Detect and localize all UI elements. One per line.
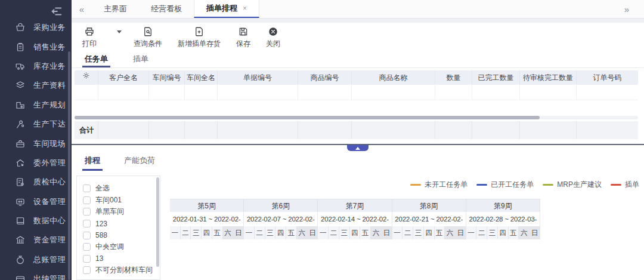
printer-icon xyxy=(84,26,95,37)
column-header[interactable]: 客户全名 xyxy=(98,70,149,85)
tab-schedule[interactable]: 排程 xyxy=(82,150,103,171)
close-circle-icon xyxy=(268,26,278,37)
tab-insert-order-scheduling[interactable]: 插单排程 × xyxy=(194,0,259,18)
top-tab-bar: « 主界面 经营看板 插单排程 × » xyxy=(72,0,644,19)
column-header[interactable]: 数量 xyxy=(435,70,472,85)
workshop-checkbox-select-all[interactable]: 全选 xyxy=(83,183,160,195)
sidebar-item-label: 设备管理 xyxy=(33,196,66,207)
sidebar-item-inventory[interactable]: 库存业务 xyxy=(0,57,72,76)
workshop-toolbox-icon xyxy=(15,139,26,149)
checkbox-icon[interactable] xyxy=(83,184,91,192)
legend-color-swatch xyxy=(410,184,421,186)
weekday-cell: 一 xyxy=(318,226,329,239)
sidebar-item-ledger[interactable]: 总账管理 xyxy=(0,250,72,269)
legend-color-swatch xyxy=(611,184,621,186)
legend-item-not-started: 未开工任务单 xyxy=(410,180,467,190)
workshop-checkbox[interactable]: 不可分割材料车间 xyxy=(83,264,160,276)
week-date-range: 2022-02-21 ~ 2022-02-27 xyxy=(392,212,466,226)
weekday-group: 一 二 三 四 五 六 日 xyxy=(244,226,318,239)
workshop-checkbox[interactable]: 588 xyxy=(83,229,160,241)
module-sidebar: 采购业务 销售业务 库存业务 生产资料 生产规划 生产下达 xyxy=(0,0,72,280)
weekday-cell: 五 xyxy=(286,226,297,239)
week-header: 第7周 xyxy=(318,199,392,212)
app-window: 采购业务 销售业务 库存业务 生产资料 生产规划 生产下达 xyxy=(0,0,644,280)
production-planning-icon xyxy=(15,100,26,110)
production-release-icon xyxy=(15,119,26,130)
workshop-checkbox[interactable]: 中央空调 xyxy=(83,241,160,253)
sidebar-item-label: 数据中心 xyxy=(33,216,66,226)
gear-icon xyxy=(82,70,91,85)
checkbox-icon[interactable] xyxy=(83,196,91,204)
query-conditions-button[interactable]: 查询条件 xyxy=(134,26,162,49)
close-button[interactable]: 关闭 xyxy=(266,26,280,49)
print-button[interactable]: 打印 xyxy=(82,26,97,49)
tab-task-orders[interactable]: 任务单 xyxy=(82,50,110,67)
splitter-collapse-handle[interactable] xyxy=(347,145,369,151)
checkbox-icon[interactable] xyxy=(83,232,91,239)
grid-empty-row xyxy=(75,85,638,100)
weekday-cell: 六 xyxy=(223,226,234,239)
sidebar-item-workshop[interactable]: 车间现场 xyxy=(0,134,72,153)
checkbox-icon[interactable] xyxy=(83,243,91,251)
column-header[interactable]: 已完工数量 xyxy=(472,70,520,85)
sidebar-item-data-center[interactable]: 数据中心 xyxy=(0,211,72,230)
weekday-cell: 一 xyxy=(244,226,255,239)
checkbox-icon[interactable] xyxy=(83,220,91,227)
week-header: 第9周 xyxy=(466,199,540,212)
main-panel: 打印 查询条件 新增插单存货 保存 关闭 任务单 xyxy=(72,23,644,280)
gantt-weekday-row: 一 二 三 四 五 六 日 一 二 三 四 五 六 日 xyxy=(170,226,540,239)
tab-insert-orders[interactable]: 插单 xyxy=(131,50,151,67)
column-header[interactable]: 车间全名 xyxy=(185,70,218,85)
weekday-cell: 三 xyxy=(265,226,276,239)
grid-horizontal-scrollbar[interactable] xyxy=(75,116,540,119)
weekday-group: 一 二 三 四 五 六 日 xyxy=(392,226,466,239)
column-header[interactable]: 订单号码 xyxy=(577,70,638,85)
tab-capacity-load[interactable]: 产能负荷 xyxy=(122,150,157,171)
tabs-scroll-left-icon[interactable]: « xyxy=(72,0,92,18)
sidebar-item-production-planning[interactable]: 生产规划 xyxy=(0,96,72,115)
tab-close-icon[interactable]: × xyxy=(243,4,247,13)
sidebar-item-funds[interactable]: 资金管理 xyxy=(0,230,72,250)
weekday-cell: 四 xyxy=(424,226,435,239)
sidebar-item-label: 出纳管理 xyxy=(33,273,66,280)
column-header[interactable]: 待审核完工数量 xyxy=(520,70,577,85)
column-header[interactable]: 车间编号 xyxy=(149,70,185,85)
workshop-filter-panel: 全选 车间001 单黑车间 123 588 xyxy=(76,176,160,280)
workshop-checkbox[interactable]: 单黑车间 xyxy=(83,206,160,218)
sidebar-item-label: 车间现场 xyxy=(33,139,66,149)
weekday-cell: 四 xyxy=(202,226,212,239)
column-header[interactable]: 单据编号 xyxy=(218,70,298,85)
sidebar-item-production-release[interactable]: 生产下达 xyxy=(0,115,72,134)
sidebar-item-quality[interactable]: 质检中心 xyxy=(0,173,72,192)
workshop-checkbox[interactable]: 13 xyxy=(83,253,160,265)
tabs-scroll-right-icon[interactable]: » xyxy=(617,0,637,18)
funds-bank-icon xyxy=(15,235,26,245)
sidebar-item-equipment[interactable]: 设备管理 xyxy=(0,192,72,211)
weekday-cell: 日 xyxy=(456,226,466,239)
sidebar-scrollbar[interactable] xyxy=(68,51,70,280)
sidebar-item-production-data[interactable]: 生产资料 xyxy=(0,76,72,95)
add-insert-order-stock-button[interactable]: 新增插单存货 xyxy=(178,26,221,49)
sidebar-item-sales[interactable]: 销售业务 xyxy=(0,37,72,56)
sidebar-item-cashier[interactable]: 出纳管理 xyxy=(0,269,72,280)
filter-scrollbar[interactable] xyxy=(156,177,159,267)
checkbox-icon[interactable] xyxy=(83,208,91,216)
weekday-cell: 一 xyxy=(392,226,403,239)
workshop-checkbox[interactable]: 车间001 xyxy=(83,195,160,207)
column-header[interactable]: 商品编号 xyxy=(298,70,352,85)
sidebar-item-procurement[interactable]: 采购业务 xyxy=(0,18,72,37)
sidebar-item-outsourcing[interactable]: 委外管理 xyxy=(0,153,72,173)
sidebar-collapse-icon[interactable] xyxy=(50,5,63,18)
checkbox-icon[interactable] xyxy=(83,266,91,274)
checkbox-icon[interactable] xyxy=(83,255,91,263)
tab-business-dashboard[interactable]: 经营看板 xyxy=(139,0,194,18)
print-dropdown-caret[interactable] xyxy=(117,30,122,33)
workshop-checkbox[interactable]: 123 xyxy=(83,218,160,230)
legend-item-started: 已开工任务单 xyxy=(476,180,534,190)
column-settings-button[interactable] xyxy=(75,70,98,85)
sidebar-item-label: 委外管理 xyxy=(33,158,66,168)
toolbar: 打印 查询条件 新增插单存货 保存 关闭 xyxy=(72,23,644,50)
tab-main-screen[interactable]: 主界面 xyxy=(92,0,139,18)
column-header[interactable]: 商品名称 xyxy=(352,70,435,85)
save-button[interactable]: 保存 xyxy=(236,26,250,49)
